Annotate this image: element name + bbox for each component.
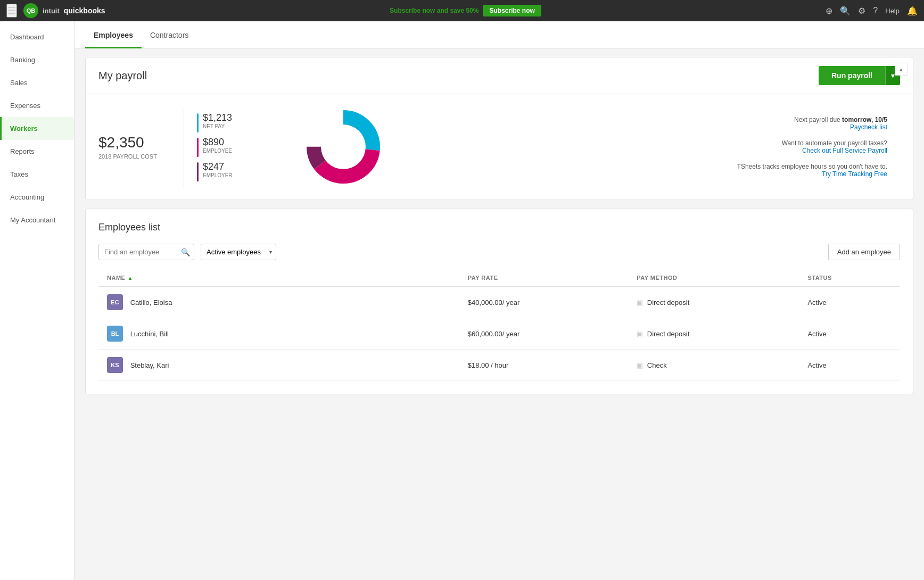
breakdown-employer: $247 EMPLOYER [197, 161, 269, 181]
pay-method-icon: ▣ [637, 330, 643, 338]
hamburger-button[interactable]: ☰ [6, 4, 17, 18]
app-container: Dashboard Banking Sales Expenses Workers… [0, 21, 924, 580]
breakdown-bar-net-pay [197, 113, 199, 132]
table-row[interactable]: BL Lucchini, Bill $60,000.00/ year ▣ Dir… [98, 318, 900, 350]
bell-icon[interactable]: 🔔 [907, 6, 918, 16]
breakdown-employee: $890 EMPLOYEE [197, 137, 269, 157]
qb-logo-icon: QB [23, 3, 38, 18]
breakdown-label-employee: EMPLOYEE [203, 148, 232, 154]
add-employee-button[interactable]: Add an employee [828, 244, 900, 260]
employee-name-cell: KS Steblay, Kari [98, 350, 459, 381]
payroll-cost: $2,350 2018 PAYROLL COST [98, 107, 184, 187]
top-nav: ☰ QB intuit quickbooks Subscribe now and… [0, 0, 924, 21]
chevron-up-icon: ▲ [898, 67, 904, 72]
active-employees-filter[interactable]: Active employees [201, 244, 276, 260]
employee-name: Lucchini, Bill [130, 330, 169, 338]
svg-point-5 [321, 125, 366, 169]
payroll-stats: $2,350 2018 PAYROLL COST $1,213 NET PAY [86, 94, 913, 200]
breakdown-label-employer: EMPLOYER [203, 172, 233, 178]
full-service-payroll-link[interactable]: Check out Full Service Payroll [782, 147, 887, 154]
sidebar-item-taxes[interactable]: Taxes [0, 163, 74, 186]
svg-text:QB: QB [27, 7, 36, 14]
next-payroll-label: Next payroll due tomorrow, 10/5 [794, 116, 887, 123]
search-input[interactable] [98, 244, 194, 260]
avatar: KS [107, 357, 123, 373]
th-name[interactable]: NAME ▲ [98, 269, 459, 287]
th-pay-method: PAY METHOD [628, 269, 799, 287]
sidebar-item-reports[interactable]: Reports [0, 140, 74, 163]
tab-contractors[interactable]: Contractors [142, 21, 197, 48]
logo-brand: quickbooks [64, 6, 105, 15]
automate-taxes-label: Want to automate your payroll taxes? [782, 139, 887, 147]
sidebar-item-sales[interactable]: Sales [0, 71, 74, 94]
subscribe-text: Subscribe now and save 50% [390, 7, 478, 14]
sidebar-item-my-accountant[interactable]: My Accountant [0, 209, 74, 231]
breakdown-amount-net-pay: $1,213 [203, 112, 232, 123]
employees-toolbar-left: 🔍 Active employees ▾ [98, 244, 276, 260]
table-row[interactable]: EC Catillo, Eloisa $40,000.00/ year ▣ Di… [98, 287, 900, 318]
employee-pay-rate: $60,000.00/ year [459, 318, 629, 350]
employee-status: Active [799, 287, 900, 318]
donut-chart [290, 107, 397, 187]
gear-icon[interactable]: ⚙ [858, 6, 865, 16]
employee-status: Active [799, 318, 900, 350]
breakdown-amount-employee: $890 [203, 137, 232, 148]
tab-employees[interactable]: Employees [85, 21, 142, 48]
next-payroll-info: Next payroll due tomorrow, 10/5 Paycheck… [794, 116, 887, 131]
subscribe-banner: Subscribe now and save 50% Subscribe now [105, 5, 826, 16]
sidebar-item-banking[interactable]: Banking [0, 48, 74, 71]
automate-taxes-info: Want to automate your payroll taxes? Che… [782, 139, 887, 154]
tsheets-label: TSheets tracks employee hours so you don… [737, 163, 887, 170]
sidebar-item-accounting[interactable]: Accounting [0, 186, 74, 209]
employee-status: Active [799, 350, 900, 381]
pay-method-icon: ▣ [637, 299, 643, 306]
employee-pay-rate: $40,000.00/ year [459, 287, 629, 318]
payroll-cost-label: 2018 PAYROLL COST [98, 153, 184, 160]
employees-table-head: NAME ▲ PAY RATE PAY METHOD STATUS [98, 269, 900, 287]
payroll-title: My payroll [98, 70, 147, 82]
employees-table: NAME ▲ PAY RATE PAY METHOD STATUS EC Cat… [98, 269, 900, 381]
breakdown-net-pay: $1,213 NET PAY [197, 112, 269, 132]
time-tracking-link[interactable]: Try Time Tracking Free [737, 170, 887, 178]
employees-toolbar: 🔍 Active employees ▾ Add an employee [98, 244, 900, 260]
top-nav-right: ⊕ 🔍 ⚙ ? Help 🔔 [826, 6, 918, 16]
th-pay-rate: PAY RATE [459, 269, 629, 287]
search-icon[interactable]: 🔍 [840, 6, 851, 16]
run-payroll-container: Run payroll ▾ [819, 66, 900, 85]
payroll-info-panel: Next payroll due tomorrow, 10/5 Paycheck… [397, 107, 900, 187]
paycheck-list-link[interactable]: Paycheck list [794, 123, 887, 131]
employee-pay-method: ▣ Direct deposit [628, 287, 799, 318]
sidebar-item-expenses[interactable]: Expenses [0, 94, 74, 117]
search-input-container: 🔍 [98, 244, 194, 260]
th-status: STATUS [799, 269, 900, 287]
employee-name: Steblay, Kari [130, 361, 169, 369]
table-row[interactable]: KS Steblay, Kari $18.00 / hour ▣ Check A… [98, 350, 900, 381]
employee-pay-method: ▣ Direct deposit [628, 318, 799, 350]
employees-table-header-row: NAME ▲ PAY RATE PAY METHOD STATUS [98, 269, 900, 287]
breakdown-bar-employee [197, 138, 199, 157]
payroll-breakdown: $1,213 NET PAY $890 EMPLOYEE [184, 107, 269, 187]
employee-name-cell: EC Catillo, Eloisa [98, 287, 459, 318]
plus-icon[interactable]: ⊕ [826, 6, 832, 16]
help-icon[interactable]: ? [873, 6, 878, 15]
employee-pay-rate: $18.00 / hour [459, 350, 629, 381]
run-payroll-button[interactable]: Run payroll [819, 66, 885, 85]
logo-text: intuit [43, 7, 60, 15]
tsheets-info: TSheets tracks employee hours so you don… [737, 163, 887, 178]
help-label[interactable]: Help [885, 7, 900, 15]
sidebar-item-dashboard[interactable]: Dashboard [0, 26, 74, 48]
subscribe-button[interactable]: Subscribe now [483, 5, 541, 16]
collapse-button[interactable]: ▲ [895, 63, 908, 76]
main-content: Employees Contractors My payroll Run pay… [75, 21, 924, 580]
employee-name-cell: BL Lucchini, Bill [98, 318, 459, 350]
logo: QB intuit quickbooks [23, 3, 105, 18]
avatar: BL [107, 326, 123, 342]
filter-dropdown-container: Active employees ▾ [201, 244, 276, 260]
sidebar: Dashboard Banking Sales Expenses Workers… [0, 21, 75, 580]
avatar: EC [107, 294, 123, 310]
pay-method-icon: ▣ [637, 361, 643, 369]
sidebar-item-workers[interactable]: Workers [0, 117, 74, 140]
payroll-header: My payroll Run payroll ▾ [86, 57, 913, 94]
employees-list-title: Employees list [98, 222, 900, 233]
employees-table-body: EC Catillo, Eloisa $40,000.00/ year ▣ Di… [98, 287, 900, 381]
